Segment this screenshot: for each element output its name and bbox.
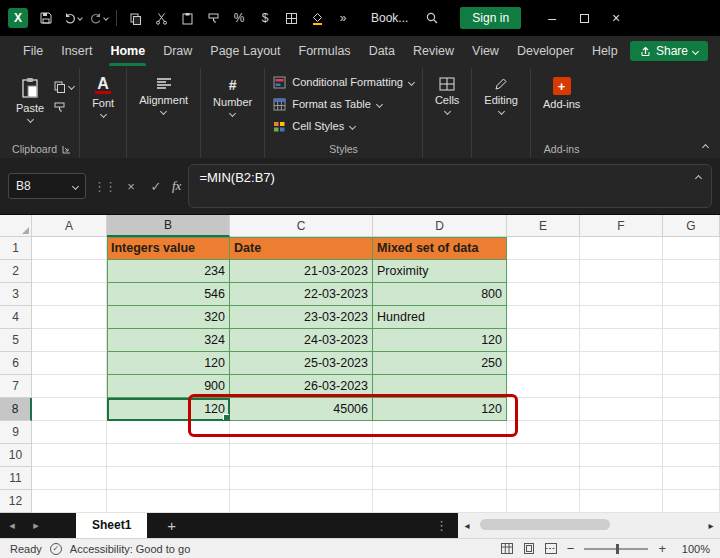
cell-A1[interactable] — [32, 237, 107, 260]
cell-F7[interactable] — [580, 375, 663, 398]
tab-view[interactable]: View — [463, 36, 508, 66]
cell-G3[interactable] — [663, 283, 720, 306]
page-break-view-icon[interactable] — [545, 543, 557, 554]
cell-A11[interactable] — [32, 467, 107, 490]
cell-C10[interactable] — [230, 444, 373, 467]
cell-F10[interactable] — [580, 444, 663, 467]
cell-E5[interactable] — [507, 329, 580, 352]
zoom-level[interactable]: 100% — [676, 543, 710, 555]
cell-G2[interactable] — [663, 260, 720, 283]
paste-small-icon[interactable] — [175, 5, 199, 31]
formula-bar-drag-handle[interactable]: ⋮⋮ — [93, 179, 115, 194]
zoom-slider-thumb[interactable] — [616, 544, 619, 554]
cell-B8[interactable]: 120 — [107, 398, 230, 421]
cells-button[interactable]: Cells — [428, 72, 466, 119]
sheet-nav-left-icon[interactable]: ◂ — [0, 519, 24, 532]
row-header-8[interactable]: 8 — [0, 398, 32, 421]
cell-D1[interactable]: Mixed set of data — [373, 237, 507, 260]
cell-A9[interactable] — [32, 421, 107, 444]
cell-F11[interactable] — [580, 467, 663, 490]
tab-data[interactable]: Data — [360, 36, 404, 66]
cell-F4[interactable] — [580, 306, 663, 329]
row-header-11[interactable]: 11 — [0, 467, 32, 490]
normal-view-icon[interactable] — [501, 543, 513, 554]
cell-E2[interactable] — [507, 260, 580, 283]
column-header-B[interactable]: B — [107, 215, 230, 237]
cell-D12[interactable] — [373, 490, 507, 513]
row-header-2[interactable]: 2 — [0, 260, 32, 283]
cell-F3[interactable] — [580, 283, 663, 306]
format-as-table-button[interactable]: Format as Table — [270, 94, 417, 114]
cell-E12[interactable] — [507, 490, 580, 513]
format-painter-icon[interactable] — [201, 5, 225, 31]
excel-app-icon[interactable]: X — [8, 8, 28, 28]
cell-A10[interactable] — [32, 444, 107, 467]
cell-G6[interactable] — [663, 352, 720, 375]
cell-B11[interactable] — [107, 467, 230, 490]
cell-C7[interactable]: 26-03-2023 — [230, 375, 373, 398]
redo-icon[interactable] — [86, 5, 110, 31]
cell-E7[interactable] — [507, 375, 580, 398]
cell-B5[interactable]: 324 — [107, 329, 230, 352]
column-header-F[interactable]: F — [580, 215, 663, 237]
cell-F5[interactable] — [580, 329, 663, 352]
tab-page-layout[interactable]: Page Layout — [201, 36, 289, 66]
row-header-3[interactable]: 3 — [0, 283, 32, 306]
cell-A8[interactable] — [32, 398, 107, 421]
insert-function-icon[interactable]: fx — [172, 178, 181, 194]
overflow-chevrons-icon[interactable]: » — [331, 5, 355, 31]
cell-G1[interactable] — [663, 237, 720, 260]
cell-G4[interactable] — [663, 306, 720, 329]
scroll-left-icon[interactable]: ◂ — [458, 520, 476, 531]
cell-A5[interactable] — [32, 329, 107, 352]
cell-G5[interactable] — [663, 329, 720, 352]
save-icon[interactable] — [34, 5, 58, 31]
cell-A7[interactable] — [32, 375, 107, 398]
select-all-button[interactable] — [0, 215, 32, 237]
format-painter-button[interactable] — [53, 101, 74, 114]
tab-home[interactable]: Home — [101, 36, 154, 66]
cell-C5[interactable]: 24-03-2023 — [230, 329, 373, 352]
cell-B10[interactable] — [107, 444, 230, 467]
currency-style-icon[interactable]: $ — [253, 5, 277, 31]
cell-G11[interactable] — [663, 467, 720, 490]
tab-bar-options-icon[interactable]: ⋮ — [425, 518, 458, 533]
cell-C8[interactable]: 45006 — [230, 398, 373, 421]
cell-A2[interactable] — [32, 260, 107, 283]
sheet-tab-sheet1[interactable]: Sheet1 — [76, 512, 147, 538]
row-header-12[interactable]: 12 — [0, 490, 32, 513]
copy-icon[interactable] — [123, 5, 147, 31]
addins-button[interactable]: + Add-ins — [536, 72, 587, 115]
horizontal-scrollbar[interactable]: ◂ ▸ — [458, 512, 720, 538]
cell-B9[interactable] — [107, 421, 230, 444]
cell-styles-button[interactable]: Cell Styles — [270, 116, 417, 136]
cell-D10[interactable] — [373, 444, 507, 467]
cell-E6[interactable] — [507, 352, 580, 375]
row-header-1[interactable]: 1 — [0, 237, 32, 260]
conditional-formatting-button[interactable]: Conditional Formatting — [270, 72, 417, 92]
cell-E1[interactable] — [507, 237, 580, 260]
collapse-ribbon-icon[interactable] — [702, 144, 709, 151]
borders-icon[interactable] — [279, 5, 303, 31]
cell-E3[interactable] — [507, 283, 580, 306]
cell-D7[interactable] — [373, 375, 507, 398]
cell-C2[interactable]: 21-03-2023 — [230, 260, 373, 283]
cell-B3[interactable]: 546 — [107, 283, 230, 306]
tab-review[interactable]: Review — [404, 36, 463, 66]
cell-B1[interactable]: Integers value — [107, 237, 230, 260]
cell-D5[interactable]: 120 — [373, 329, 507, 352]
clipboard-dialog-launcher[interactable] — [62, 145, 71, 154]
row-header-6[interactable]: 6 — [0, 352, 32, 375]
cell-D6[interactable]: 250 — [373, 352, 507, 375]
row-header-5[interactable]: 5 — [0, 329, 32, 352]
column-header-E[interactable]: E — [507, 215, 580, 237]
editing-button[interactable]: Editing — [477, 72, 525, 119]
undo-icon[interactable] — [60, 5, 84, 31]
cell-B2[interactable]: 234 — [107, 260, 230, 283]
fill-color-icon[interactable] — [305, 5, 329, 31]
copy-button[interactable] — [53, 80, 74, 93]
number-button[interactable]: # Number — [206, 72, 259, 121]
cell-C1[interactable]: Date — [230, 237, 373, 260]
cell-A3[interactable] — [32, 283, 107, 306]
alignment-button[interactable]: Alignment — [132, 72, 195, 119]
